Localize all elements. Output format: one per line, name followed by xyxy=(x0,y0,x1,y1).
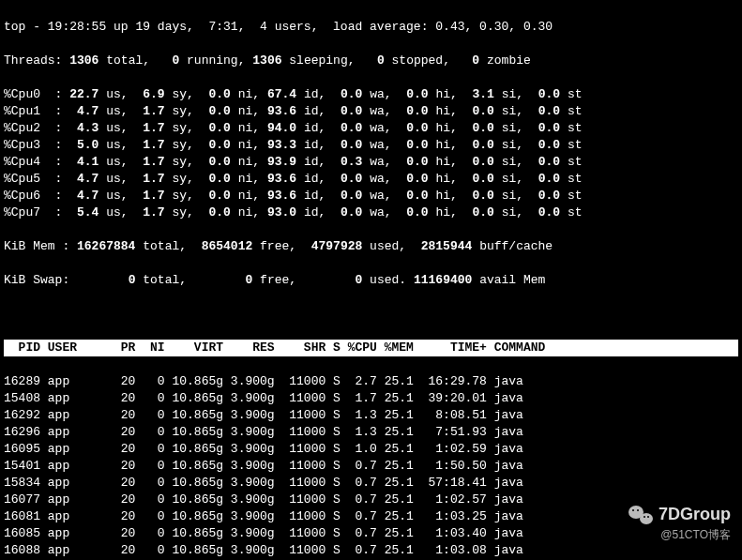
cpu-line-2: %Cpu2 : 4.3 us, 1.7 sy, 0.0 ni, 94.0 id,… xyxy=(4,120,738,137)
top-summary-line: top - 19:28:55 up 19 days, 7:31, 4 users… xyxy=(4,19,738,36)
cpu-line-3: %Cpu3 : 5.0 us, 1.7 sy, 0.0 ni, 93.3 id,… xyxy=(4,137,738,154)
mem-line: KiB Mem : 16267884 total, 8654012 free, … xyxy=(4,238,738,255)
threads-line: Threads: 1306 total, 0 running, 1306 sle… xyxy=(4,53,738,69)
process-row: 15401 app 20 0 10.865g 3.900g 11000 S 0.… xyxy=(4,458,738,475)
cpu-line-5: %Cpu5 : 4.7 us, 1.7 sy, 0.0 ni, 93.6 id,… xyxy=(4,171,738,188)
process-row: 15408 app 20 0 10.865g 3.900g 11000 S 1.… xyxy=(4,390,738,407)
wechat-icon xyxy=(628,504,653,524)
watermark-sub: @51CTO博客 xyxy=(628,526,731,543)
cpu-line-1: %Cpu1 : 4.7 us, 1.7 sy, 0.0 ni, 93.6 id,… xyxy=(4,103,738,120)
process-row: 16292 app 20 0 10.865g 3.900g 11000 S 1.… xyxy=(4,407,738,424)
watermark: 7DGroup @51CTO博客 xyxy=(628,504,731,543)
process-row: 15834 app 20 0 10.865g 3.900g 11000 S 0.… xyxy=(4,475,738,492)
process-row: 16296 app 20 0 10.865g 3.900g 11000 S 1.… xyxy=(4,424,738,441)
cpu-line-0: %Cpu0 : 22.7 us, 6.9 sy, 0.0 ni, 67.4 id… xyxy=(4,86,738,103)
process-row: 16289 app 20 0 10.865g 3.900g 11000 S 2.… xyxy=(4,373,738,390)
cpu-line-6: %Cpu6 : 4.7 us, 1.7 sy, 0.0 ni, 93.6 id,… xyxy=(4,188,738,204)
cpu-line-7: %Cpu7 : 5.4 us, 1.7 sy, 0.0 ni, 93.0 id,… xyxy=(4,204,738,221)
process-row: 16095 app 20 0 10.865g 3.900g 11000 S 1.… xyxy=(4,441,738,458)
cpu-line-4: %Cpu4 : 4.1 us, 1.7 sy, 0.0 ni, 93.9 id,… xyxy=(4,154,738,171)
swap-line: KiB Swap: 0 total, 0 free, 0 used. 11169… xyxy=(4,272,738,289)
terminal-output[interactable]: top - 19:28:55 up 19 days, 7:31, 4 users… xyxy=(0,0,742,560)
process-row: 16088 app 20 0 10.865g 3.900g 11000 S 0.… xyxy=(4,542,738,559)
process-header: PID USER PR NI VIRT RES SHR S %CPU %MEM … xyxy=(4,340,738,356)
blank-line xyxy=(4,306,738,323)
watermark-brand: 7DGroup xyxy=(659,506,731,522)
